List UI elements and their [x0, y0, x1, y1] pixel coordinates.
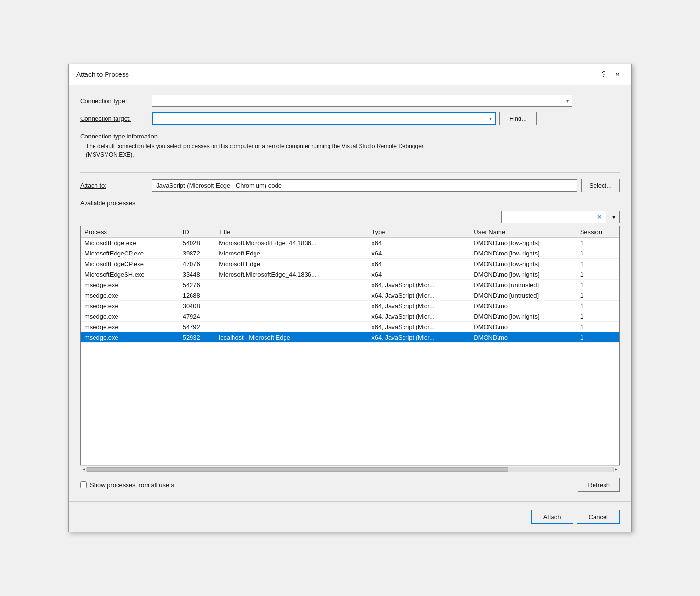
table-cell-0: msedge.exe: [81, 311, 179, 322]
table-cell-2: [215, 301, 368, 311]
attach-to-process-dialog: Attach to Process ? × Connection type: D…: [68, 64, 632, 532]
table-cell-2: [215, 322, 368, 332]
show-all-processes-checkbox[interactable]: [80, 481, 87, 488]
dialog-title: Attach to Process: [76, 71, 129, 78]
title-bar: Attach to Process ? ×: [69, 64, 631, 85]
horizontal-scrollbar[interactable]: [86, 467, 614, 472]
table-cell-4: DMOND\mo [low-rights]: [470, 311, 576, 322]
col-username: User Name: [470, 226, 576, 238]
col-id: ID: [179, 226, 215, 238]
refresh-button[interactable]: Refresh: [578, 478, 620, 492]
table-cell-4: DMOND\mo: [470, 322, 576, 332]
filter-clear-button[interactable]: ✕: [596, 213, 603, 221]
table-cell-4: DMOND\mo [untrusted]: [470, 290, 576, 301]
table-cell-1: 54276: [179, 280, 215, 290]
cancel-button[interactable]: Cancel: [577, 510, 620, 524]
table-row[interactable]: MicrosoftEdgeCP.exe39872Microsoft Edgex6…: [81, 248, 619, 259]
table-cell-3: x64, JavaScript (Micr...: [368, 311, 470, 322]
table-cell-2: Microsoft.MicrosoftEdge_44.1836...: [215, 269, 368, 280]
table-cell-0: MicrosoftEdge.exe: [81, 238, 179, 248]
scrollbar-thumb: [87, 467, 508, 472]
help-button[interactable]: ?: [598, 69, 610, 80]
close-button[interactable]: ×: [612, 69, 624, 80]
process-table-container[interactable]: Process ID Title Type User Name Session …: [80, 226, 620, 465]
filter-row: Edge ✕ ▾: [80, 211, 620, 223]
select-button[interactable]: Select...: [581, 179, 620, 192]
connection-info-box: Connection type information The default …: [80, 130, 620, 162]
connection-target-row: Connection target: MSURFACE ▾ Find...: [80, 112, 620, 125]
filter-dropdown-arrow-icon: ▾: [612, 213, 615, 221]
connection-type-control: Default ▾: [152, 95, 620, 107]
table-cell-0: msedge.exe: [81, 290, 179, 301]
filter-input[interactable]: Edge: [505, 213, 594, 221]
table-row[interactable]: MicrosoftEdgeCP.exe47076Microsoft Edgex6…: [81, 259, 619, 269]
attach-to-label: Attach to:: [80, 182, 152, 189]
table-cell-2: Microsoft Edge: [215, 259, 368, 269]
dialog-body: Connection type: Default ▾ Connection ta…: [69, 85, 631, 501]
table-cell-5: 1: [576, 259, 619, 269]
process-table: Process ID Title Type User Name Session …: [81, 226, 619, 343]
connection-target-input[interactable]: MSURFACE: [156, 115, 489, 122]
scroll-left-icon[interactable]: ◂: [81, 467, 86, 472]
table-row[interactable]: MicrosoftEdgeSH.exe33448Microsoft.Micros…: [81, 269, 619, 280]
table-cell-4: DMOND\mo [low-rights]: [470, 248, 576, 259]
table-cell-3: x64: [368, 238, 470, 248]
connection-type-combo[interactable]: Default ▾: [152, 95, 572, 107]
table-row[interactable]: msedge.exe54276x64, JavaScript (Micr...D…: [81, 280, 619, 290]
dialog-footer: Attach Cancel: [69, 501, 631, 532]
table-cell-1: 39872: [179, 248, 215, 259]
table-cell-4: DMOND\mo [low-rights]: [470, 259, 576, 269]
connection-type-label-text: Connection type:: [80, 97, 127, 105]
table-cell-3: x64, JavaScript (Micr...: [368, 301, 470, 311]
connection-type-label: Connection type:: [80, 97, 152, 105]
bottom-options: Show processes from all users Refresh: [80, 478, 620, 492]
table-cell-3: x64: [368, 248, 470, 259]
filter-input-box[interactable]: Edge ✕: [501, 211, 606, 223]
connection-target-label: Connection target:: [80, 115, 152, 122]
connection-type-input[interactable]: Default: [155, 97, 566, 105]
col-title: Title: [215, 226, 368, 238]
table-cell-0: msedge.exe: [81, 301, 179, 311]
connection-info-title: Connection type information: [80, 133, 620, 140]
table-cell-3: x64, JavaScript (Micr...: [368, 322, 470, 332]
title-bar-buttons: ? ×: [598, 69, 624, 80]
connection-target-combo[interactable]: MSURFACE ▾: [152, 112, 496, 125]
col-type: Type: [368, 226, 470, 238]
table-cell-0: msedge.exe: [81, 322, 179, 332]
table-row[interactable]: msedge.exe30408x64, JavaScript (Micr...D…: [81, 301, 619, 311]
table-cell-1: 54792: [179, 322, 215, 332]
table-cell-3: x64, JavaScript (Micr...: [368, 332, 470, 343]
table-cell-2: Microsoft.MicrosoftEdge_44.1836...: [215, 238, 368, 248]
table-cell-5: 1: [576, 322, 619, 332]
attach-button[interactable]: Attach: [531, 510, 573, 524]
table-cell-2: localhost - Microsoft Edge: [215, 332, 368, 343]
col-session: Session: [576, 226, 619, 238]
table-row[interactable]: msedge.exe54792x64, JavaScript (Micr...D…: [81, 322, 619, 332]
table-cell-4: DMOND\mo [untrusted]: [470, 280, 576, 290]
table-cell-0: msedge.exe: [81, 332, 179, 343]
table-header: Process ID Title Type User Name Session: [81, 226, 619, 238]
table-cell-1: 54028: [179, 238, 215, 248]
filter-dropdown-button[interactable]: ▾: [608, 211, 620, 223]
connection-target-control: MSURFACE ▾ Find...: [152, 112, 620, 125]
table-row[interactable]: MicrosoftEdge.exe54028Microsoft.Microsof…: [81, 238, 619, 248]
table-cell-3: x64: [368, 259, 470, 269]
table-cell-0: MicrosoftEdgeCP.exe: [81, 248, 179, 259]
col-process: Process: [81, 226, 179, 238]
table-cell-1: 47924: [179, 311, 215, 322]
find-button[interactable]: Find...: [499, 112, 537, 125]
connection-target-label-text: Connection target:: [80, 115, 131, 122]
table-cell-0: MicrosoftEdgeCP.exe: [81, 259, 179, 269]
show-all-processes-label[interactable]: Show processes from all users: [80, 481, 174, 489]
table-cell-1: 12688: [179, 290, 215, 301]
table-cell-5: 1: [576, 332, 619, 343]
table-row[interactable]: msedge.exe12688x64, JavaScript (Micr...D…: [81, 290, 619, 301]
table-cell-4: DMOND\mo: [470, 301, 576, 311]
scroll-right-icon[interactable]: ▸: [614, 467, 619, 472]
table-row[interactable]: msedge.exe52932localhost - Microsoft Edg…: [81, 332, 619, 343]
table-cell-1: 52932: [179, 332, 215, 343]
connection-type-row: Connection type: Default ▾: [80, 95, 620, 107]
table-row[interactable]: msedge.exe47924x64, JavaScript (Micr...D…: [81, 311, 619, 322]
title-bar-left: Attach to Process: [76, 71, 129, 78]
show-all-processes-text: Show processes from all users: [90, 481, 174, 489]
